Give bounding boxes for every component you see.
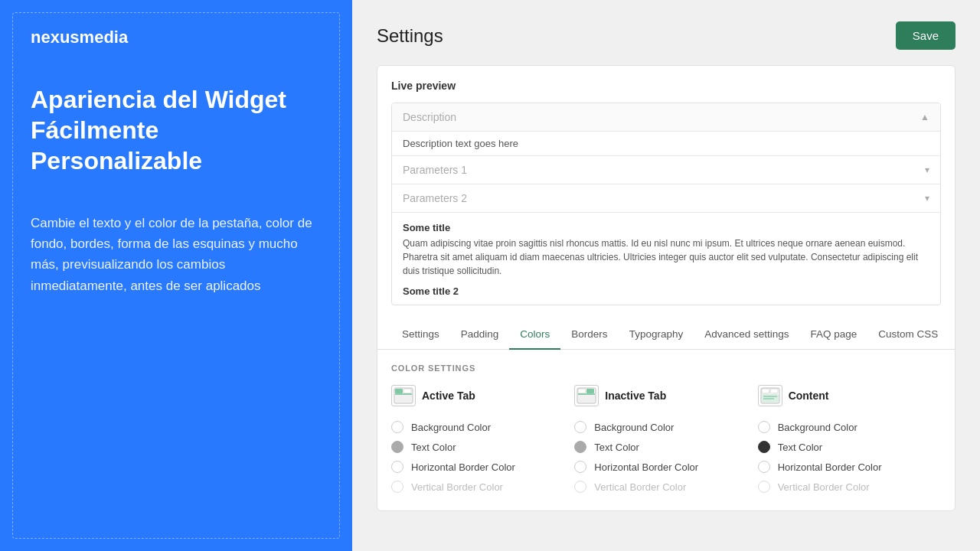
svg-rect-3: [395, 394, 412, 403]
content-hborder-radio[interactable]: [758, 461, 770, 473]
live-preview-label: Live preview: [391, 80, 941, 92]
parameters2-label: Parameters 2: [403, 192, 467, 204]
svg-rect-1: [395, 389, 403, 393]
description: Cambie el texto y el color de la pestaña…: [31, 213, 322, 296]
content-bg-label: Background Color: [778, 422, 858, 433]
tab-padding[interactable]: Padding: [450, 319, 510, 349]
inactive-tab-text-label: Text Color: [594, 442, 639, 453]
page-title: Settings: [377, 25, 443, 47]
parameters2-dropdown[interactable]: Parameters 2 ▾: [392, 184, 940, 213]
color-columns: Active Tab Background Color Text Color H…: [391, 385, 941, 497]
inactive-tab-vborder-radio: [574, 481, 586, 493]
content-vborder-color: Vertical Border Color: [758, 477, 929, 497]
description-dropdown-label: Description: [403, 111, 456, 123]
active-tab-hborder-color[interactable]: Horizontal Border Color: [391, 457, 562, 477]
inactive-tab-bg-color[interactable]: Background Color: [574, 417, 745, 437]
logo-prefix: nexus: [31, 28, 80, 47]
inactive-tab-header: Inactive Tab: [574, 385, 745, 406]
description-dropdown-arrow: ▲: [920, 112, 929, 122]
tabs-bar: Settings Padding Colors Borders Typograp…: [377, 319, 955, 350]
inactive-tab-hborder-radio[interactable]: [574, 461, 586, 473]
active-tab-vborder-label: Vertical Border Color: [411, 481, 503, 493]
settings-header: Settings Save: [377, 21, 956, 50]
content-header: Content: [758, 385, 929, 406]
content-hborder-color[interactable]: Horizontal Border Color: [758, 457, 929, 477]
inactive-tab-hborder-color[interactable]: Horizontal Border Color: [574, 457, 745, 477]
some-title: Some title: [392, 213, 940, 236]
active-tab-title: Active Tab: [422, 390, 475, 402]
svg-rect-12: [770, 389, 778, 393]
description-text: Description text goes here: [392, 132, 940, 156]
content-title: Content: [789, 390, 829, 402]
description-dropdown[interactable]: Description ▲: [392, 103, 940, 132]
save-button[interactable]: Save: [896, 21, 956, 50]
svg-rect-8: [578, 394, 595, 403]
left-panel: nexusmedia Apariencia del Widget Fácilme…: [0, 0, 352, 551]
tab-colors[interactable]: Colors: [509, 319, 560, 349]
content-text-color[interactable]: Text Color: [758, 437, 929, 457]
active-tab-icon: [391, 385, 416, 406]
content-text-label: Text Color: [778, 442, 823, 453]
inactive-tab-vborder-label: Vertical Border Color: [594, 481, 686, 493]
tab-borders[interactable]: Borders: [560, 319, 618, 349]
content-text-radio[interactable]: [758, 441, 770, 453]
main-card: Live preview Description ▲ Description t…: [377, 65, 956, 511]
parameters1-label: Parameters 1: [403, 164, 467, 176]
logo: nexusmedia: [31, 28, 322, 47]
content-column: Content Background Color Text Color Hori…: [758, 385, 941, 497]
tab-advanced-settings[interactable]: Advanced settings: [694, 319, 799, 349]
some-title-2: Some title 2: [392, 284, 940, 305]
active-tab-hborder-radio[interactable]: [391, 461, 403, 473]
tab-settings[interactable]: Settings: [391, 319, 450, 349]
active-tab-header: Active Tab: [391, 385, 562, 406]
tab-custom-css[interactable]: Custom CSS: [867, 319, 949, 349]
svg-rect-7: [586, 389, 594, 393]
svg-rect-6: [578, 389, 586, 393]
content-vborder-label: Vertical Border Color: [778, 481, 870, 493]
paragraph-text: Quam adipiscing vitae proin sagittis nis…: [392, 236, 940, 284]
content-hborder-label: Horizontal Border Color: [778, 461, 882, 473]
logo-suffix: media: [80, 28, 129, 47]
parameters1-arrow: ▾: [925, 165, 929, 175]
content-bg-radio[interactable]: [758, 421, 770, 433]
active-tab-text-label: Text Color: [411, 442, 456, 453]
active-tab-vborder-radio: [391, 481, 403, 493]
active-tab-vborder-color: Vertical Border Color: [391, 477, 562, 497]
color-settings-label: COLOR SETTINGS: [391, 364, 941, 373]
inactive-tab-bg-label: Background Color: [594, 422, 674, 433]
active-tab-text-radio[interactable]: [391, 441, 403, 453]
inactive-tab-column: Inactive Tab Background Color Text Color…: [574, 385, 757, 497]
color-settings-section: COLOR SETTINGS: [391, 350, 941, 510]
svg-rect-2: [403, 389, 411, 393]
inactive-tab-text-color[interactable]: Text Color: [574, 437, 745, 457]
inactive-tab-icon: [574, 385, 599, 406]
inactive-tab-title: Inactive Tab: [605, 390, 666, 402]
content-bg-color[interactable]: Background Color: [758, 417, 929, 437]
right-panel: Settings Save Live preview Description ▲…: [352, 0, 980, 551]
headline: Apariencia del Widget Fácilmente Persona…: [31, 84, 322, 176]
svg-rect-13: [762, 394, 779, 403]
inactive-tab-hborder-label: Horizontal Border Color: [594, 461, 698, 473]
active-tab-hborder-label: Horizontal Border Color: [411, 461, 515, 473]
active-tab-bg-radio[interactable]: [391, 421, 403, 433]
svg-rect-11: [762, 389, 769, 393]
inactive-tab-bg-radio[interactable]: [574, 421, 586, 433]
tab-faq-page[interactable]: FAQ page: [800, 319, 868, 349]
parameters1-dropdown[interactable]: Parameters 1 ▾: [392, 156, 940, 184]
active-tab-bg-label: Background Color: [411, 422, 491, 433]
preview-area: Description ▲ Description text goes here…: [391, 103, 941, 305]
active-tab-text-color[interactable]: Text Color: [391, 437, 562, 457]
content-vborder-radio: [758, 481, 770, 493]
inactive-tab-vborder-color: Vertical Border Color: [574, 477, 745, 497]
tab-typography[interactable]: Typography: [619, 319, 694, 349]
active-tab-bg-color[interactable]: Background Color: [391, 417, 562, 437]
inactive-tab-text-radio[interactable]: [574, 441, 586, 453]
active-tab-column: Active Tab Background Color Text Color H…: [391, 385, 574, 497]
parameters2-arrow: ▾: [925, 193, 929, 204]
content-icon: [758, 385, 782, 406]
